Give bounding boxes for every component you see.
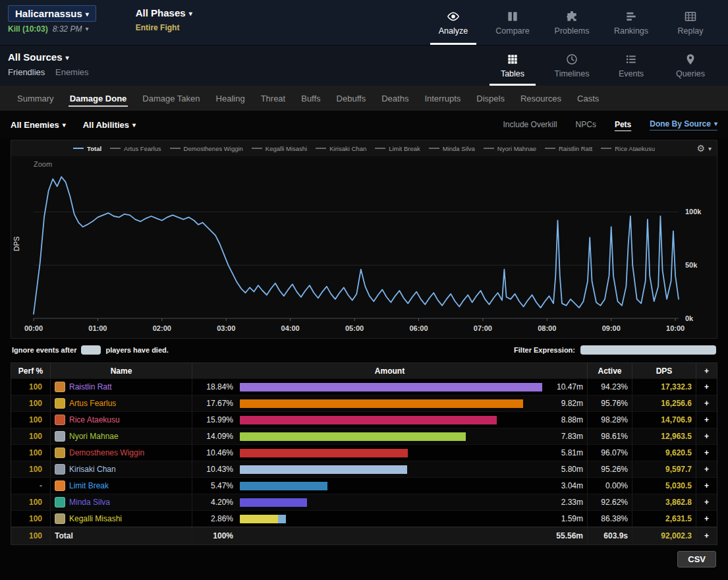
tab-interrupts[interactable]: Interrupts xyxy=(416,86,468,111)
player-name[interactable]: Minda Silva xyxy=(69,498,110,507)
expand-button[interactable]: + xyxy=(696,511,717,527)
tab-debuffs[interactable]: Debuffs xyxy=(329,86,374,111)
legend-item-kirisaki-chan[interactable]: Kirisaki Chan xyxy=(316,145,366,152)
toggle-include-overkill[interactable]: Include Overkill xyxy=(503,120,557,129)
job-icon[interactable] xyxy=(55,480,65,491)
column-header-dps[interactable]: DPS xyxy=(632,363,696,378)
legend-item-minda-silva[interactable]: Minda Silva xyxy=(429,145,475,152)
player-name[interactable]: Kegalli Misashi xyxy=(69,514,122,523)
amount-value: 1.59m xyxy=(547,514,583,523)
all-abilities-dropdown[interactable]: All Abilities xyxy=(83,120,136,130)
perf-cell[interactable]: 100 xyxy=(11,445,51,461)
nav-replay[interactable]: Replay xyxy=(661,0,720,45)
job-icon[interactable] xyxy=(55,513,65,524)
expand-button[interactable]: + xyxy=(696,445,717,461)
player-name[interactable]: Kirisaki Chan xyxy=(69,465,116,474)
expand-button[interactable]: + xyxy=(696,412,717,428)
all-enemies-dropdown[interactable]: All Enemies xyxy=(11,120,66,130)
legend-swatch xyxy=(110,148,121,149)
nav-tables[interactable]: Tables xyxy=(483,45,542,86)
tab-buffs[interactable]: Buffs xyxy=(293,86,328,111)
nav-events[interactable]: Events xyxy=(602,45,661,86)
column-header-perf[interactable]: Perf % xyxy=(11,363,51,378)
expand-button[interactable]: + xyxy=(696,478,717,494)
table-row-kegalli-misashi: 100Kegalli Misashi2.86%1.59m86.38%2,631.… xyxy=(11,510,717,527)
job-icon[interactable] xyxy=(55,497,65,508)
perf-cell[interactable]: 100 xyxy=(11,461,51,477)
perf-cell[interactable]: 100 xyxy=(11,412,51,428)
player-name[interactable]: Limit Break xyxy=(69,481,109,490)
perf-cell[interactable]: 100 xyxy=(11,428,51,444)
tab-damage-done[interactable]: Damage Done xyxy=(62,86,135,111)
deaths-count-input[interactable] xyxy=(81,345,101,355)
player-name-cell: Kegalli Misashi xyxy=(51,511,192,527)
nav-analyze[interactable]: Analyze xyxy=(424,0,483,45)
legend-item-kegalli-misashi[interactable]: Kegalli Misashi xyxy=(252,145,307,152)
perf-cell[interactable]: 100 xyxy=(11,494,51,510)
nav-problems[interactable]: Problems xyxy=(542,0,602,45)
player-name[interactable]: Rice Ataekusu xyxy=(69,415,120,424)
phase-sub-label: Entire Fight xyxy=(136,23,192,32)
perf-cell[interactable]: 100 xyxy=(11,395,51,411)
player-name[interactable]: Raistlin Ratt xyxy=(69,382,112,392)
sources-dropdown[interactable]: All Sources xyxy=(8,51,69,63)
player-name[interactable]: Artus Fearlus xyxy=(69,399,116,408)
amount-value: 2.33m xyxy=(547,498,583,507)
legend-item-demosthenes-wiggin[interactable]: Demosthenes Wiggin xyxy=(170,145,243,152)
column-header-plus[interactable]: + xyxy=(696,363,717,378)
tab-threat[interactable]: Threat xyxy=(253,86,294,111)
perf-cell[interactable]: 100 xyxy=(11,379,51,395)
legend-item-limit-break[interactable]: Limit Break xyxy=(375,145,420,152)
expand-button[interactable]: + xyxy=(696,428,717,444)
tab-casts[interactable]: Casts xyxy=(569,86,607,111)
job-icon[interactable] xyxy=(55,398,65,409)
nav-queries[interactable]: Queries xyxy=(661,45,720,86)
column-header-name[interactable]: Name xyxy=(51,363,192,378)
expand-button[interactable]: + xyxy=(696,379,717,395)
job-icon[interactable] xyxy=(55,415,65,425)
legend-item-total[interactable]: Total xyxy=(73,145,101,152)
fight-dropdown[interactable]: Halicarnassus xyxy=(8,5,96,22)
player-name[interactable]: Nyori Mahnae xyxy=(69,432,119,441)
chart-menu-button[interactable] xyxy=(696,142,712,154)
phase-dropdown[interactable]: All Phases xyxy=(136,7,192,18)
tab-deaths[interactable]: Deaths xyxy=(374,86,416,111)
expand-button[interactable]: + xyxy=(696,395,717,411)
filter-expression-input[interactable] xyxy=(580,345,716,355)
nav-timelines[interactable]: Timelines xyxy=(542,45,602,86)
player-name[interactable]: Demosthenes Wiggin xyxy=(69,448,144,457)
column-header-amount[interactable]: Amount xyxy=(192,363,588,378)
perf-cell[interactable]: - xyxy=(11,478,51,494)
tab-summary[interactable]: Summary xyxy=(9,86,62,111)
dps-chart-svg[interactable]: 0k50k100k00:0001:0002:0003:0004:0005:000… xyxy=(11,156,715,335)
job-icon[interactable] xyxy=(55,382,65,392)
done-by-dropdown[interactable]: Done By Source xyxy=(650,119,717,130)
legend-item-raistlin-ratt[interactable]: Raistlin Ratt xyxy=(545,145,592,152)
legend-item-nyori-mahnae[interactable]: Nyori Mahnae xyxy=(484,145,536,152)
toggle-pets[interactable]: Pets xyxy=(615,120,631,129)
perf-cell[interactable]: 100 xyxy=(11,527,51,544)
job-icon[interactable] xyxy=(55,431,65,442)
tab-damage-taken[interactable]: Damage Taken xyxy=(134,86,208,111)
tab-dispels[interactable]: Dispels xyxy=(468,86,513,111)
csv-button[interactable]: CSV xyxy=(677,551,716,567)
expand-button[interactable]: + xyxy=(696,494,717,510)
legend-item-rice-ataekusu[interactable]: Rice Ataekusu xyxy=(601,145,655,152)
expand-button[interactable]: + xyxy=(696,461,717,477)
zoom-label: Zoom xyxy=(34,160,52,168)
perf-cell[interactable]: 100 xyxy=(11,511,51,527)
nav-rankings[interactable]: Rankings xyxy=(602,0,661,45)
legend-item-artus-fearlus[interactable]: Artus Fearlus xyxy=(110,145,161,152)
column-header-active[interactable]: Active xyxy=(588,363,632,378)
kill-dropdown[interactable]: Kill (10:03) 8:32 PM xyxy=(8,24,96,34)
job-icon[interactable] xyxy=(55,448,65,458)
enemies-link[interactable]: Enemies xyxy=(55,67,89,77)
job-icon[interactable] xyxy=(55,464,65,475)
expand-button[interactable]: + xyxy=(696,527,717,544)
friendlies-link[interactable]: Friendlies xyxy=(8,67,45,77)
player-name[interactable]: Total xyxy=(55,531,73,540)
tab-healing[interactable]: Healing xyxy=(208,86,253,111)
toggle-npcs[interactable]: NPCs xyxy=(576,120,596,129)
tab-resources[interactable]: Resources xyxy=(513,86,569,111)
nav-compare[interactable]: Compare xyxy=(483,0,542,45)
